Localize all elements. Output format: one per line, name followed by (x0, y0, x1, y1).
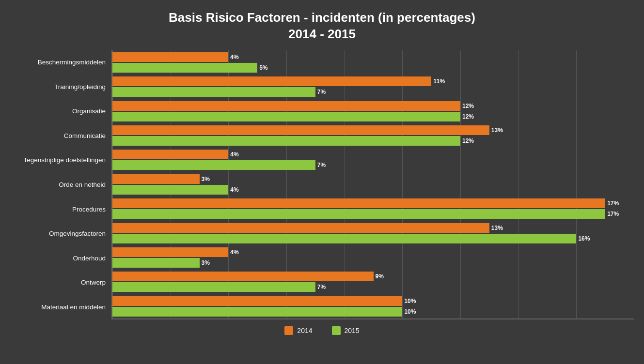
chart-title: Basis Risico Factoren - incidenten (in p… (169, 10, 475, 43)
legend-label-2015: 2015 (345, 327, 360, 334)
bar-2015-10 (112, 307, 402, 317)
row-pair-7: 13%16% (112, 222, 634, 245)
row-pair-1: 11%7% (112, 75, 634, 98)
bar-row-2014-9: 9% (112, 272, 634, 281)
row-pair-5: 3%4% (112, 173, 634, 196)
row-pair-6: 17%17% (112, 197, 634, 220)
bar-row-2014-3: 13% (112, 125, 634, 135)
bar-2014-0 (112, 52, 228, 62)
bar-label-2014-1: 11% (433, 78, 445, 85)
bar-label-2014-7: 13% (491, 225, 503, 231)
chart-body: BeschermingsmiddelenTraining/opleidingOr… (10, 50, 634, 319)
bar-2015-9 (112, 282, 315, 292)
bar-label-2015-1: 7% (317, 89, 326, 95)
bar-label-2014-3: 13% (491, 127, 503, 134)
row-pair-3: 13%12% (112, 124, 634, 147)
bar-row-2015-0: 5% (112, 63, 634, 73)
bar-label-2014-8: 4% (230, 249, 238, 256)
bar-row-2015-6: 17% (112, 209, 634, 219)
bar-row-2015-9: 7% (112, 282, 634, 292)
bar-label-2014-2: 12% (462, 103, 474, 109)
bar-label-2015-9: 7% (317, 284, 326, 290)
bar-row-2015-5: 4% (112, 185, 634, 195)
bar-2015-3 (112, 136, 460, 146)
legend-item-2015: 2015 (332, 326, 360, 335)
bar-row-2014-6: 17% (112, 198, 634, 208)
bar-2014-2 (112, 101, 460, 111)
bar-2014-4 (112, 150, 228, 159)
y-label-omgevingsfactoren: Omgevingsfactoren (49, 230, 106, 237)
bar-row-2014-4: 4% (112, 150, 634, 159)
y-label-beschermingsmiddelen: Beschermingsmiddelen (38, 59, 106, 66)
bar-row-2015-4: 7% (112, 160, 634, 170)
legend-box-2014 (284, 326, 293, 335)
y-label-training/opleiding: Training/opleiding (54, 84, 106, 91)
bar-2015-2 (112, 112, 460, 121)
y-label-procedures: Procedures (72, 206, 106, 213)
legend: 2014 2015 (284, 326, 359, 335)
bar-2014-3 (112, 125, 489, 135)
y-label-organisatie: Organisatie (72, 108, 106, 115)
bar-2015-8 (112, 258, 200, 268)
bar-2015-0 (112, 63, 257, 73)
bar-2015-4 (112, 160, 315, 170)
bar-label-2014-9: 9% (376, 273, 384, 280)
bar-row-2015-1: 7% (112, 87, 634, 97)
bar-label-2015-0: 5% (259, 64, 267, 71)
bar-label-2015-8: 3% (202, 259, 210, 266)
row-pair-2: 12%12% (112, 100, 634, 123)
bar-row-2014-8: 4% (112, 247, 634, 257)
y-label-onderhoud: Onderhoud (73, 255, 106, 262)
bar-label-2014-4: 4% (230, 151, 238, 158)
bar-row-2015-10: 10% (112, 307, 634, 317)
bar-2014-1 (112, 76, 431, 86)
bar-label-2014-5: 3% (202, 176, 210, 182)
row-pair-10: 10%10% (112, 295, 634, 318)
bar-row-2014-10: 10% (112, 296, 634, 306)
bar-label-2015-2: 12% (462, 113, 474, 120)
bar-label-2014-0: 4% (230, 54, 238, 61)
bar-row-2014-7: 13% (112, 223, 634, 233)
bar-2014-6 (112, 198, 605, 208)
row-pair-9: 9%7% (112, 270, 634, 293)
y-label-materiaal-en-middelen: Materiaal en middelen (41, 304, 106, 311)
y-label-orde-en-netheid: Orde en netheid (59, 182, 106, 188)
row-pair-8: 4%3% (112, 246, 634, 269)
bar-2015-6 (112, 209, 605, 219)
bar-label-2014-6: 17% (607, 200, 619, 207)
bar-label-2015-10: 10% (404, 308, 416, 315)
bar-2014-8 (112, 247, 228, 257)
bar-2015-5 (112, 185, 228, 195)
bar-2014-10 (112, 296, 402, 306)
bars-area: 4%5%11%7%12%12%13%12%4%7%3%4%17%17%13%16… (111, 50, 634, 319)
bar-row-2015-7: 16% (112, 234, 634, 243)
bar-2015-1 (112, 87, 315, 97)
title-line1: Basis Risico Factoren - incidenten (in p… (169, 10, 475, 26)
bar-label-2015-4: 7% (317, 162, 326, 168)
bar-2014-7 (112, 223, 489, 233)
bar-row-2014-0: 4% (112, 52, 634, 62)
legend-box-2015 (332, 326, 341, 335)
legend-item-2014: 2014 (284, 326, 312, 335)
legend-label-2014: 2014 (297, 327, 312, 334)
title-line2: 2014 - 2015 (169, 26, 475, 43)
bar-row-2014-1: 11% (112, 76, 634, 86)
bar-row-2015-8: 3% (112, 258, 634, 268)
bar-2014-5 (112, 174, 200, 184)
bar-label-2015-6: 17% (607, 211, 619, 217)
bar-label-2015-7: 16% (578, 235, 590, 242)
bar-label-2015-5: 4% (230, 186, 238, 193)
y-label-tegenstrijdige-doelstellingen: Tegenstrijdige doelstellingen (23, 157, 106, 164)
y-label-communicatie: Communicatie (64, 133, 106, 139)
bar-row-2014-2: 12% (112, 101, 634, 111)
chart-container: Basis Risico Factoren - incidenten (in p… (0, 0, 644, 364)
bar-2015-7 (112, 234, 576, 243)
y-label-ontwerp: Ontwerp (81, 279, 106, 286)
row-pair-4: 4%7% (112, 148, 634, 171)
y-labels: BeschermingsmiddelenTraining/opleidingOr… (10, 50, 111, 319)
bar-label-2015-3: 12% (462, 137, 474, 144)
bar-row-2014-5: 3% (112, 174, 634, 184)
row-pair-0: 4%5% (112, 51, 634, 74)
bar-label-2014-10: 10% (404, 298, 416, 304)
bar-row-2015-3: 12% (112, 136, 634, 146)
